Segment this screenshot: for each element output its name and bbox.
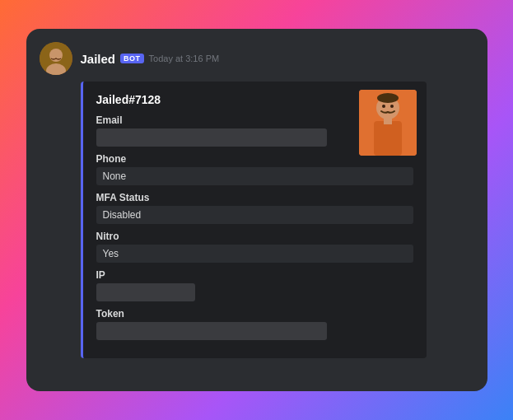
profile-image-inner xyxy=(359,90,417,156)
embed-card: Jailed#7128 Email Phone None MFA Status … xyxy=(81,82,427,358)
field-value-token xyxy=(96,322,327,340)
field-value-phone: None xyxy=(96,167,413,185)
header-meta: Jailed BOT Today at 3:16 PM xyxy=(81,52,220,66)
field-label-ip: IP xyxy=(96,269,413,281)
avatar xyxy=(40,42,72,75)
message-area: Jailed BOT Today at 3:16 PM xyxy=(26,29,487,391)
field-value-ip xyxy=(96,283,195,301)
svg-point-1 xyxy=(49,49,63,62)
field-label-token: Token xyxy=(96,308,413,320)
svg-rect-8 xyxy=(374,121,402,156)
field-value-mfa: Disabled xyxy=(96,206,413,224)
profile-image xyxy=(359,90,417,156)
discord-card: Jailed BOT Today at 3:16 PM xyxy=(26,29,487,391)
message-header: Jailed BOT Today at 3:16 PM xyxy=(40,42,474,75)
field-value-nitro: Yes xyxy=(96,245,413,263)
svg-point-7 xyxy=(390,105,394,108)
field-token: Token xyxy=(96,308,413,340)
svg-point-6 xyxy=(382,105,385,108)
field-phone: Phone None xyxy=(96,153,413,185)
message-content: Jailed#7128 Email Phone None MFA Status … xyxy=(81,82,474,358)
field-label-nitro: Nitro xyxy=(96,231,413,242)
field-label-mfa: MFA Status xyxy=(96,192,413,203)
timestamp: Today at 3:16 PM xyxy=(149,54,220,63)
svg-rect-9 xyxy=(384,118,392,124)
field-mfa: MFA Status Disabled xyxy=(96,192,413,224)
username: Jailed xyxy=(81,52,116,66)
field-value-email xyxy=(96,128,327,147)
bot-badge: BOT xyxy=(120,54,144,63)
field-ip: IP xyxy=(96,269,413,301)
avatar-image xyxy=(40,42,72,75)
svg-point-5 xyxy=(377,93,399,103)
field-nitro: Nitro Yes xyxy=(96,231,413,263)
